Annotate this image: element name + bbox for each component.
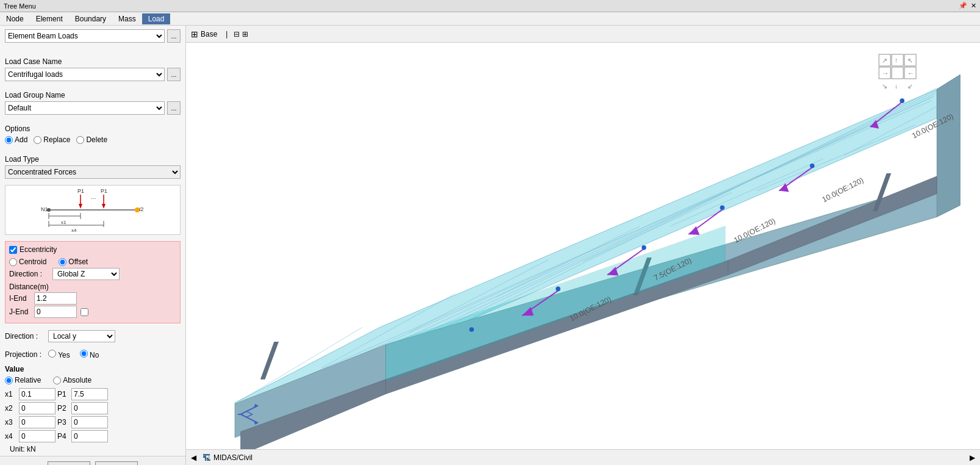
svg-text:...: ... [91, 193, 96, 200]
direction2-dropdown[interactable]: Local y [48, 330, 115, 342]
menu-mass[interactable]: Mass [112, 13, 142, 24]
option-replace-label[interactable]: Replace [34, 135, 70, 144]
direction-section: Direction : Local y [0, 326, 185, 347]
load-case-more-button[interactable]: ... [167, 68, 181, 81]
option-replace-radio[interactable] [34, 136, 41, 144]
midas-icon: 🏗 [202, 453, 211, 463]
option-add-radio[interactable] [5, 136, 13, 144]
midas-logo: 🏗 MIDAS/Civil [202, 453, 252, 463]
svg-text:↘: ↘ [882, 82, 887, 90]
canvas-area: ⊞ Base | ⊟ ⊞ [186, 26, 980, 465]
p1-input[interactable] [71, 388, 108, 400]
svg-text:P1: P1 [77, 188, 84, 194]
x4-input[interactable] [19, 430, 55, 442]
svg-text:↓: ↓ [895, 82, 898, 90]
p3-label: P3 [57, 418, 70, 427]
p4-input[interactable] [71, 430, 108, 442]
load-type-section: Load Type Concentrated Forces [0, 150, 185, 181]
load-group-dropdown[interactable]: Default [5, 101, 165, 115]
p3-input[interactable] [71, 416, 108, 428]
svg-point-64 [720, 205, 725, 210]
projection-section: Projection : Yes No [0, 347, 185, 362]
midas-label: MIDAS/Civil [213, 453, 252, 462]
main-area: Element Beam Loads ... Load Case Name Ce… [0, 26, 980, 465]
load-group-more-button[interactable]: ... [167, 101, 181, 115]
x3-input[interactable] [19, 416, 55, 428]
svg-point-62 [900, 98, 904, 103]
iend-label: I-End [9, 294, 30, 303]
load-case-row: Centrifugal loads ... [5, 68, 181, 81]
direction2-label: Direction : [5, 332, 45, 341]
offset-radio[interactable] [59, 258, 66, 266]
projection-yes-label[interactable]: Yes [48, 350, 70, 359]
direction-field-row: Direction : Global Z [9, 268, 176, 280]
toolbar-separator: | [226, 30, 227, 38]
projection-row: Projection : Yes No [5, 350, 181, 359]
options-label: Options [5, 124, 181, 133]
projection-no-label[interactable]: No [80, 350, 99, 359]
centroid-label[interactable]: Centroid [9, 258, 46, 266]
unit-label: Unit: kN [10, 445, 181, 453]
apply-button[interactable]: Apply [48, 461, 90, 465]
iend-input[interactable] [34, 292, 77, 305]
menu-boundary[interactable]: Boundary [69, 13, 112, 24]
load-group-section: Load Group Name Default ... [0, 85, 185, 118]
load-type-label: Load Type [5, 155, 181, 164]
menu-load[interactable]: Load [142, 13, 171, 24]
menu-element[interactable]: Element [30, 13, 69, 24]
load-case-label: Load Case Name [5, 57, 181, 66]
nav-right-arrow[interactable]: ▶ [970, 453, 975, 462]
absolute-radio[interactable] [53, 377, 61, 384]
option-delete-label[interactable]: Delete [76, 135, 107, 144]
element-beam-loads-more-button[interactable]: ... [167, 29, 181, 43]
svg-text:x1: x1 [61, 220, 66, 225]
centroid-radio[interactable] [9, 258, 17, 266]
option-delete-radio[interactable] [76, 136, 84, 144]
canvas-viewport[interactable]: 10.0(OE:120) 10.0(OE:120) 10.0(OE:120) 7… [186, 43, 980, 449]
canvas-toolbar: ⊞ Base | ⊟ ⊞ [186, 26, 980, 43]
projection-yes-radio[interactable] [48, 350, 56, 358]
nav-left-arrow[interactable]: ◀ [191, 453, 196, 462]
eccentricity-checkbox[interactable] [9, 246, 17, 254]
load-case-dropdown[interactable]: Centrifugal loads [5, 68, 165, 81]
x2-input[interactable] [19, 402, 55, 414]
direction-dropdown[interactable]: Global Z [52, 268, 120, 280]
element-beam-loads-dropdown[interactable]: Element Beam Loads [5, 29, 165, 43]
close-button[interactable]: Close [95, 461, 138, 465]
menu-node[interactable]: Node [0, 13, 30, 24]
option-add-text: Add [15, 135, 27, 144]
jend-checkbox[interactable] [80, 308, 88, 316]
toolbar-icons: ⊟ ⊞ [234, 30, 248, 38]
eccentricity-section: Eccentricity Centroid Offset Direction :… [5, 241, 181, 323]
projection-no-radio[interactable] [80, 350, 88, 358]
x3-label: x3 [5, 418, 17, 427]
grid-icon: ⊞ [191, 29, 198, 39]
p4-label: P4 [57, 432, 70, 441]
absolute-text: Absolute [63, 376, 91, 384]
menu-bar: Node Element Boundary Mass Load [0, 12, 980, 26]
relative-radio[interactable] [5, 377, 13, 384]
eccentricity-label: Eccentricity [20, 245, 57, 254]
svg-text:↙: ↙ [907, 82, 913, 90]
load-type-dropdown[interactable]: Concentrated Forces [5, 165, 181, 179]
absolute-label[interactable]: Absolute [53, 376, 91, 384]
svg-point-66 [556, 287, 560, 292]
x1-input[interactable] [19, 388, 55, 400]
status-bar: ◀ 🏗 MIDAS/Civil ▶ [186, 449, 980, 465]
offset-label[interactable]: Offset [59, 258, 88, 266]
pin-button[interactable]: 📌 [959, 2, 967, 10]
direction2-field-row: Direction : Local y [5, 330, 181, 342]
option-add-label[interactable]: Add [5, 135, 27, 144]
jend-input[interactable] [34, 306, 77, 318]
option-replace-text: Replace [43, 135, 70, 144]
close-window-button[interactable]: ✕ [971, 2, 976, 10]
relative-label[interactable]: Relative [5, 376, 41, 384]
x1-label: x1 [5, 390, 17, 398]
projection-label: Projection : [5, 350, 45, 359]
svg-text:↑: ↑ [895, 57, 898, 64]
svg-marker-10 [102, 204, 106, 209]
svg-point-67 [470, 327, 474, 332]
svg-text:x4: x4 [71, 228, 77, 233]
relative-text: Relative [15, 376, 41, 384]
p2-input[interactable] [71, 402, 108, 414]
